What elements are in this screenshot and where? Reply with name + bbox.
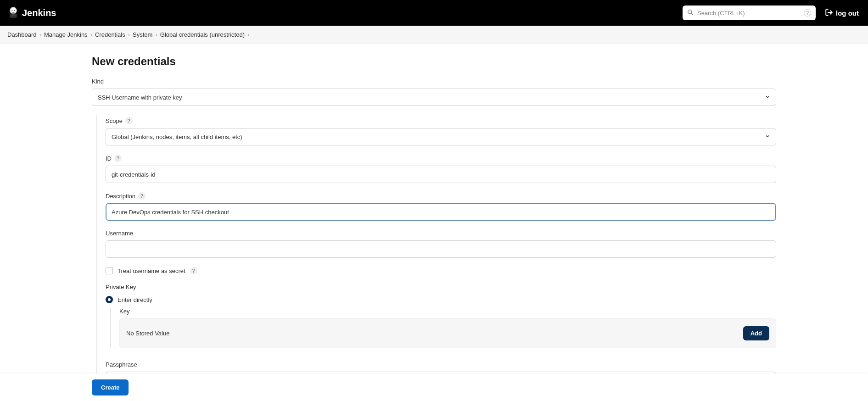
- chevron-right-icon: ›: [39, 31, 41, 38]
- add-key-button[interactable]: Add: [743, 326, 769, 340]
- private-key-label: Private Key: [106, 284, 136, 290]
- create-button[interactable]: Create: [92, 379, 129, 395]
- enter-directly-radio-row[interactable]: Enter directly: [106, 296, 776, 303]
- search-box[interactable]: ?: [683, 6, 816, 20]
- chevron-down-icon: [765, 94, 770, 101]
- help-icon[interactable]: ?: [190, 267, 197, 274]
- scope-value: Global (Jenkins, nodes, items, all child…: [112, 134, 242, 140]
- key-label: Key: [119, 308, 776, 315]
- no-stored-value-text: No Stored Value: [126, 330, 169, 337]
- description-label: Description: [106, 193, 135, 200]
- id-input[interactable]: [112, 171, 770, 178]
- description-input-wrap: [106, 203, 776, 221]
- username-label: Username: [106, 230, 133, 237]
- footer-bar: Create: [0, 373, 868, 401]
- main-content: New credentials Kind SSH Username with p…: [0, 44, 868, 401]
- logout-icon: [825, 8, 833, 18]
- chevron-right-icon: ›: [128, 31, 130, 38]
- radio-selected-icon: [106, 296, 113, 303]
- id-label: ID: [106, 155, 112, 162]
- breadcrumb-item[interactable]: Dashboard: [7, 31, 37, 38]
- svg-point-3: [14, 10, 15, 11]
- field-scope: Scope ? Global (Jenkins, nodes, items, a…: [106, 117, 776, 145]
- help-icon[interactable]: ?: [138, 192, 146, 200]
- svg-point-6: [688, 10, 692, 13]
- field-private-key: Private Key Enter directly Key No Stored…: [106, 284, 776, 348]
- field-treat-secret: Treat username as secret ?: [106, 267, 776, 274]
- chevron-right-icon: ›: [90, 31, 92, 38]
- treat-secret-label: Treat username as secret: [118, 267, 185, 274]
- help-icon[interactable]: ?: [114, 155, 122, 162]
- svg-rect-5: [12, 15, 15, 15]
- username-input-wrap: [106, 240, 776, 258]
- username-input[interactable]: [112, 246, 770, 253]
- logout-button[interactable]: log out: [825, 8, 859, 18]
- enter-directly-label: Enter directly: [118, 296, 152, 303]
- search-help-icon[interactable]: ?: [804, 9, 811, 17]
- chevron-right-icon: ›: [155, 31, 157, 38]
- kind-value: SSH Username with private key: [98, 94, 182, 101]
- jenkins-icon: [7, 6, 19, 21]
- description-input[interactable]: [112, 209, 770, 216]
- breadcrumb-item[interactable]: Manage Jenkins: [44, 31, 88, 38]
- app-title: Jenkins: [22, 8, 56, 18]
- svg-point-2: [11, 10, 12, 11]
- help-icon[interactable]: ?: [125, 117, 133, 124]
- search-input[interactable]: [697, 10, 800, 17]
- svg-rect-4: [10, 13, 17, 17]
- treat-secret-checkbox[interactable]: [106, 267, 113, 274]
- page-title: New credentials: [92, 55, 776, 68]
- kind-select[interactable]: SSH Username with private key: [92, 89, 776, 106]
- breadcrumb-item[interactable]: System: [133, 31, 152, 38]
- app-logo[interactable]: Jenkins: [7, 6, 56, 21]
- breadcrumb-item[interactable]: Global credentials (unrestricted): [160, 31, 245, 38]
- topbar: Jenkins ? log out: [0, 0, 868, 26]
- kind-label: Kind: [92, 78, 104, 85]
- field-id: ID ?: [106, 155, 776, 183]
- passphrase-label: Passphrase: [106, 361, 137, 368]
- breadcrumb: Dashboard › Manage Jenkins › Credentials…: [0, 26, 868, 44]
- field-kind: Kind SSH Username with private key: [92, 78, 776, 106]
- topbar-right: ? log out: [683, 6, 859, 20]
- scope-label: Scope: [106, 117, 123, 124]
- svg-line-7: [691, 13, 693, 15]
- topbar-left: Jenkins: [7, 6, 56, 21]
- key-store-box: No Stored Value Add: [119, 318, 776, 348]
- search-icon: [687, 9, 694, 17]
- field-description: Description ?: [106, 192, 776, 221]
- breadcrumb-item[interactable]: Credentials: [95, 31, 125, 38]
- scope-select[interactable]: Global (Jenkins, nodes, items, all child…: [106, 128, 776, 145]
- chevron-right-icon: ›: [247, 31, 249, 38]
- field-username: Username: [106, 230, 776, 258]
- id-input-wrap: [106, 166, 776, 183]
- chevron-down-icon: [765, 134, 770, 140]
- logout-label: log out: [836, 9, 859, 17]
